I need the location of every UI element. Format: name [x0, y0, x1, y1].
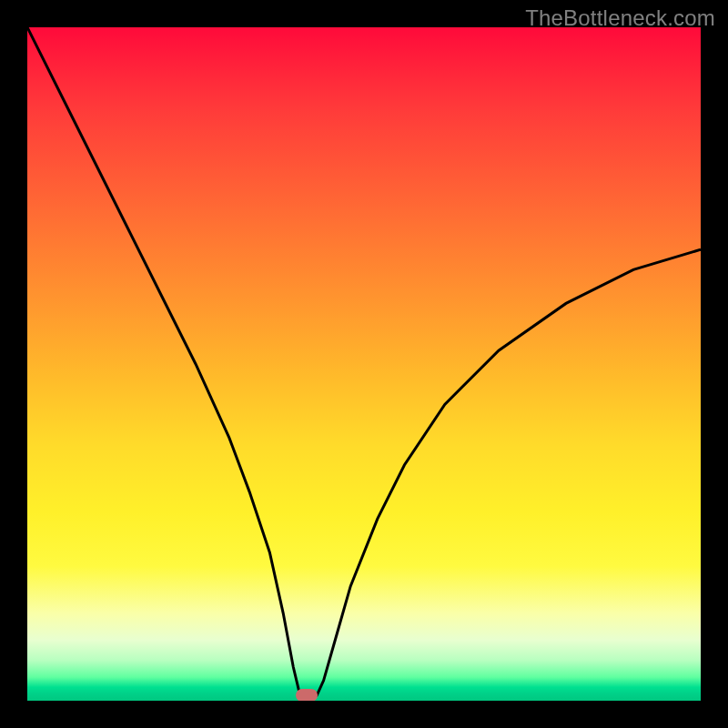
chart-frame: TheBottleneck.com	[0, 0, 728, 728]
plot-area	[27, 27, 701, 701]
curve-svg	[27, 27, 701, 701]
minimum-marker	[296, 689, 318, 701]
bottleneck-curve	[27, 27, 701, 695]
